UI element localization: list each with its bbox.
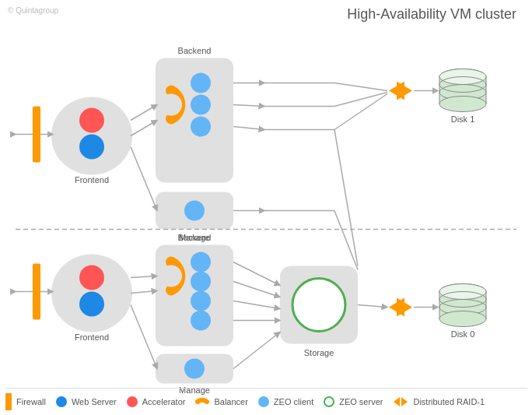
legend-webserver: Web Server <box>55 396 117 408</box>
arrow-be-storage-1 <box>233 262 280 286</box>
arrow-fe-be-bottom-1 <box>131 276 157 278</box>
zeoserver <box>292 279 345 332</box>
webserver-bottom <box>79 292 104 317</box>
zeoclient-manage-top <box>184 201 205 221</box>
backend-label-top: Backend <box>178 46 212 55</box>
zeoserver-legend-icon <box>323 396 335 408</box>
frontend-label-top: Frontend <box>75 175 109 185</box>
balancer-bg-top <box>160 94 182 116</box>
zeoclient-backend-top-1 <box>191 73 211 93</box>
legend-accelerator: Accelerator <box>126 396 186 408</box>
svg-rect-0 <box>5 393 12 410</box>
legend-zeoserver: ZEO server <box>323 396 383 408</box>
storage-label: Storage <box>304 348 334 357</box>
webserver-label: Web Server <box>72 397 117 406</box>
arrow-fe-manage-top <box>131 147 157 211</box>
arrow-be-storage-3 <box>233 301 280 309</box>
arrow-fe-be-bottom-2 <box>131 291 157 294</box>
raid-legend-icon <box>392 395 409 409</box>
zeoclient-backend-top-2 <box>191 95 211 115</box>
svg-point-2 <box>127 396 138 407</box>
line-top-to-storage-1 <box>334 130 358 266</box>
arrow-storage-raid <box>358 305 387 308</box>
firewall-top <box>33 107 40 163</box>
zeoclient-manage-bottom <box>184 359 205 379</box>
zeoclient-backend-top-3 <box>191 117 211 137</box>
zeoclient-backend-bottom-3 <box>191 291 211 311</box>
line-raid-top-1 <box>334 83 387 91</box>
accelerator-label: Accelerator <box>142 397 186 406</box>
legend-zeoclient: ZEO client <box>257 396 313 408</box>
zeoclient-label: ZEO client <box>274 397 313 406</box>
webserver-top <box>79 135 104 160</box>
accelerator-top <box>79 108 104 133</box>
firewall-label: Firewall <box>16 397 46 406</box>
legend-balancer: Balancer <box>194 395 247 409</box>
legend-firewall: Firewall <box>5 393 46 410</box>
accelerator-legend-icon <box>126 396 138 408</box>
accelerator-bottom <box>79 266 104 290</box>
diagram: Frontend Backend Manage Disk 1 <box>0 0 532 415</box>
svg-point-4 <box>324 397 334 406</box>
disk0-bottom <box>439 311 486 327</box>
arrow-fe-be-top-2 <box>131 121 157 136</box>
zeoserver-label: ZEO server <box>339 397 383 406</box>
raid-label: Distributed RAID-1 <box>413 397 485 406</box>
webserver-legend-icon <box>55 396 68 408</box>
svg-point-1 <box>56 396 67 407</box>
zeoclient-backend-bottom-1 <box>191 252 211 273</box>
firewall-legend-icon <box>5 393 12 410</box>
firewall-bottom <box>33 264 40 320</box>
legend-raid: Distributed RAID-1 <box>392 395 485 409</box>
arrow-fe-manage-bottom <box>131 305 157 369</box>
zeoclient-backend-bottom-4 <box>191 311 211 331</box>
svg-marker-5 <box>394 397 400 406</box>
arrow-fe-be-top-1 <box>131 105 157 121</box>
zeoclient-legend-icon <box>257 396 270 408</box>
balancer-legend-icon <box>194 395 210 409</box>
svg-point-3 <box>258 396 269 407</box>
disk0-label: Disk 0 <box>451 329 475 339</box>
arrow-be-storage-2 <box>233 282 280 297</box>
zeoclient-backend-bottom-2 <box>191 272 211 292</box>
arrow-be-right-3-top <box>233 127 264 130</box>
disk1-label: Disk 1 <box>451 114 475 124</box>
disk1-bottom <box>439 97 486 112</box>
arrow-manage-storage-bottom <box>233 332 280 369</box>
backend-label-bottom: Backend <box>178 233 212 242</box>
arrow-be-right-2-top <box>233 105 264 107</box>
frontend-label-bottom: Frontend <box>75 332 109 342</box>
line-top-to-storage-2 <box>334 211 358 270</box>
balancer-bg-bottom <box>160 266 182 287</box>
legend: Firewall Web Server Accelerator Balancer… <box>5 388 527 410</box>
svg-marker-6 <box>401 397 408 406</box>
balancer-label: Balancer <box>214 397 247 406</box>
